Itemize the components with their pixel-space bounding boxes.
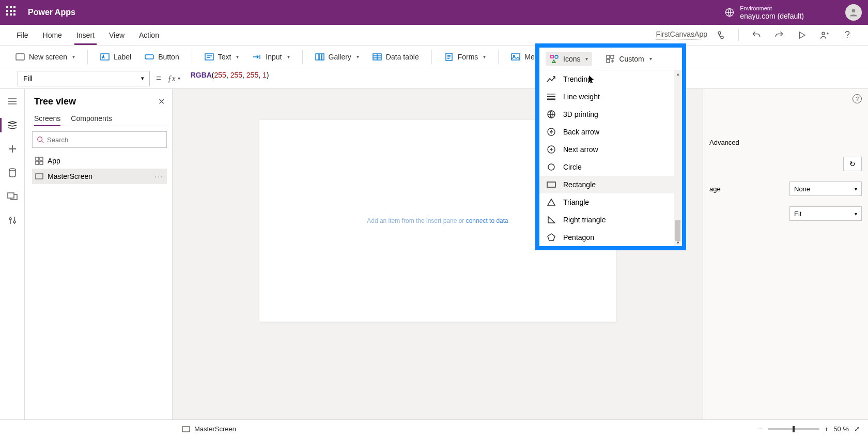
custom-icon (606, 54, 615, 64)
close-icon[interactable]: ✕ (158, 97, 165, 107)
forms-button[interactable]: Forms▾ (439, 49, 491, 65)
menu-file[interactable]: File (9, 25, 36, 45)
property-selector[interactable]: Fill ▾ (18, 71, 150, 86)
svg-rect-27 (40, 161, 43, 164)
menu-action[interactable]: Action (132, 25, 166, 45)
icons-dropdown-list[interactable]: Trending Line weight 3D printing Back ar… (539, 70, 682, 246)
svg-rect-9 (316, 54, 319, 60)
data-icon[interactable] (7, 168, 18, 178)
app-name: Power Apps (28, 8, 75, 17)
datatable-icon (373, 52, 382, 62)
tree-view-panel: Tree view ✕ Screens Components App Maste… (25, 89, 173, 419)
dd-righttriangle[interactable]: Right triangle (539, 211, 682, 229)
button-button[interactable]: Button (140, 49, 184, 65)
image-label: age (709, 185, 721, 193)
reset-icon[interactable]: ↻ (843, 157, 862, 171)
menu-view[interactable]: View (102, 25, 132, 45)
screen-icon (35, 173, 43, 179)
help-icon[interactable]: ? (839, 27, 856, 43)
tree-item-masterscreen[interactable]: MasterScreen ··· (32, 169, 167, 184)
pentagon-icon (547, 233, 556, 242)
left-rail (0, 89, 25, 419)
label-icon (100, 52, 110, 62)
play-icon[interactable] (794, 27, 810, 43)
tab-screens[interactable]: Screens (34, 111, 60, 126)
dropdown-scrollbar[interactable]: ▴ ▾ (674, 70, 682, 246)
dd-nextarrow[interactable]: Next arrow (539, 141, 682, 158)
media-icon (511, 52, 520, 62)
formula-input[interactable]: RGBA(255, 255, 255, 1) (187, 71, 858, 86)
svg-rect-8 (205, 54, 213, 60)
label-button[interactable]: Label (95, 49, 136, 65)
app-launcher-icon[interactable] (6, 6, 19, 19)
fx-button[interactable]: ƒx ▾ (168, 74, 180, 83)
svg-rect-11 (322, 54, 324, 60)
zoom-in-icon[interactable]: + (825, 425, 829, 433)
gallery-icon (315, 52, 324, 62)
svg-point-22 (13, 221, 16, 223)
icons-button[interactable]: Icons▾ (546, 52, 592, 66)
fit-screen-icon[interactable]: ⤢ (854, 425, 860, 433)
insert-ribbon: New screen▾ Label Button Text▾ Input▾ Ga… (0, 46, 868, 68)
new-screen-button[interactable]: New screen▾ (10, 49, 80, 65)
fit-select[interactable]: Fit▾ (789, 206, 862, 221)
svg-point-15 (514, 55, 515, 56)
connect-data-link[interactable]: connect to data (466, 217, 508, 224)
gallery-button[interactable]: Gallery▾ (310, 49, 364, 65)
dd-3dprinting[interactable]: 3D printing (539, 105, 682, 123)
svg-rect-5 (16, 54, 24, 60)
tab-components[interactable]: Components (71, 111, 112, 126)
undo-icon[interactable] (748, 27, 765, 43)
statusbar: MasterScreen − + 50 % ⤢ (0, 419, 868, 438)
scroll-up-icon[interactable]: ▴ (677, 71, 679, 77)
icons-icon (550, 54, 559, 64)
equals-label: = (156, 73, 162, 84)
nextarrow-icon (547, 145, 556, 154)
app-icon (35, 157, 43, 165)
tree-search[interactable] (32, 131, 167, 148)
tree-view-icon[interactable] (7, 120, 18, 130)
dd-pentagon[interactable]: Pentagon (539, 229, 682, 246)
app-filename[interactable]: FirstCanvasApp (656, 30, 707, 40)
tree-view-title: Tree view (34, 96, 76, 107)
zoom-slider[interactable] (768, 428, 819, 430)
dd-rectangle[interactable]: Rectangle (539, 176, 682, 193)
svg-rect-7 (145, 55, 153, 59)
dd-backarrow[interactable]: Back arrow (539, 123, 682, 141)
redo-icon[interactable] (771, 27, 787, 43)
search-input[interactable] (47, 136, 162, 144)
zoom-out-icon[interactable]: − (758, 425, 763, 433)
svg-point-3 (721, 36, 723, 38)
menu-insert[interactable]: Insert (69, 25, 102, 45)
share-icon[interactable] (816, 27, 833, 43)
more-icon[interactable]: ··· (154, 172, 164, 180)
app-checker-icon[interactable] (712, 27, 729, 43)
backarrow-icon (547, 127, 556, 137)
svg-rect-34 (607, 59, 610, 63)
panel-help-icon[interactable]: ? (853, 94, 862, 103)
advanced-tools-icon[interactable] (7, 215, 18, 225)
media-rail-icon[interactable] (7, 191, 18, 202)
svg-point-4 (822, 32, 825, 35)
svg-rect-6 (101, 54, 109, 60)
scroll-thumb[interactable] (675, 220, 680, 241)
image-select[interactable]: None▾ (789, 182, 862, 196)
tree-item-app[interactable]: App (32, 153, 167, 169)
hamburger-icon[interactable] (7, 96, 18, 107)
dd-trending[interactable]: Trending (539, 70, 682, 88)
svg-point-2 (718, 32, 721, 34)
environment-picker[interactable]: Environment enayu.com (default) (724, 5, 804, 20)
dd-circle[interactable]: Circle (539, 158, 682, 176)
dd-triangle[interactable]: Triangle (539, 193, 682, 211)
custom-button[interactable]: Custom▾ (600, 51, 657, 67)
insert-icon[interactable] (7, 144, 18, 154)
menu-home[interactable]: Home (36, 25, 69, 45)
triangle-icon (547, 198, 556, 207)
user-avatar[interactable] (845, 4, 862, 21)
dd-lineweight[interactable]: Line weight (539, 88, 682, 105)
text-button[interactable]: Text▾ (199, 49, 244, 65)
status-screen[interactable]: MasterScreen (182, 425, 236, 433)
properties-tab-advanced[interactable]: Advanced (709, 139, 739, 146)
input-button[interactable]: Input▾ (247, 49, 295, 65)
datatable-button[interactable]: Data table (367, 49, 424, 65)
